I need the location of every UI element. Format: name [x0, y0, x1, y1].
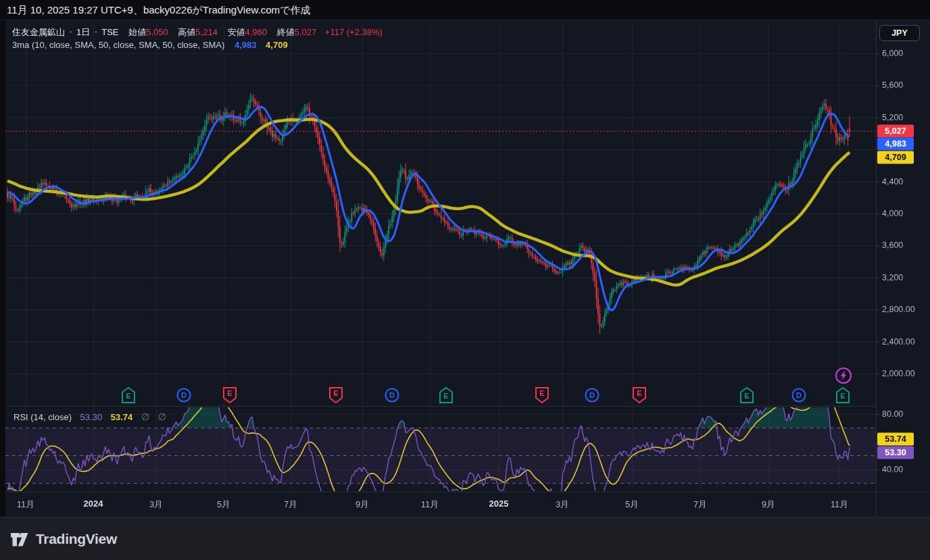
svg-text:D: D: [389, 391, 395, 399]
time-tick-label: 11月: [17, 499, 35, 511]
chart-canvas[interactable]: [0, 0, 930, 560]
earnings-up-icon: E: [120, 386, 137, 405]
price-tick-label: 2,400.00: [882, 337, 915, 347]
dividend-icon: D: [791, 386, 807, 405]
price-tick-label: 2,800.00: [882, 305, 915, 314]
open-label: 始値: [128, 27, 146, 37]
earnings-up-marker[interactable]: E: [739, 386, 755, 405]
earnings-down-marker[interactable]: E: [534, 386, 550, 405]
legend-separator: ・: [91, 27, 100, 37]
price-value-label: 5,027: [877, 124, 914, 137]
svg-text:E: E: [539, 389, 544, 397]
open-value: 5,050: [146, 27, 168, 37]
earnings-down-marker[interactable]: E: [222, 386, 238, 405]
time-tick-label: 7月: [693, 499, 707, 511]
tradingview-logo[interactable]: TradingView: [9, 531, 117, 548]
low-label: 安値: [228, 27, 245, 37]
earnings-down-marker[interactable]: E: [631, 386, 647, 405]
earnings-down-marker[interactable]: E: [328, 386, 344, 405]
price-tick-label: 5,600: [882, 80, 903, 90]
flash-events-icon[interactable]: [835, 367, 852, 384]
time-tick-label: 5月: [217, 499, 230, 511]
svg-text:E: E: [333, 389, 338, 397]
earnings-up-marker[interactable]: E: [835, 386, 851, 405]
rsi-value: 53.30: [80, 412, 103, 422]
svg-text:E: E: [126, 392, 130, 400]
footer-bar: TradingView: [0, 517, 930, 560]
rsi-ma-value: 53.74: [111, 412, 133, 422]
high-value: 5,214: [195, 27, 218, 37]
rsi-legend[interactable]: RSI (14, close) 53.30 53.74 ∅ ∅: [14, 411, 166, 422]
earnings-up-icon: E: [835, 386, 851, 405]
low-value: 4,960: [245, 27, 268, 37]
left-toolbar-strip: [0, 20, 5, 517]
time-tick-label: 11月: [421, 499, 439, 511]
tradingview-logo-text: TradingView: [36, 531, 117, 547]
currency-toggle-button[interactable]: JPY: [879, 25, 920, 41]
svg-text:D: D: [796, 391, 802, 399]
earnings-up-icon: E: [438, 386, 454, 405]
symbol-title[interactable]: 住友金属鉱山: [12, 27, 65, 37]
earnings-up-marker[interactable]: E: [120, 386, 137, 405]
price-tick-label: 5,200: [882, 113, 903, 122]
svg-text:E: E: [227, 389, 232, 397]
earnings-down-icon: E: [328, 386, 344, 405]
time-tick-label: 3月: [149, 499, 163, 511]
price-value-label: 4,983: [877, 138, 914, 151]
price-tick-label: 4,400: [882, 177, 903, 186]
price-tick-label: 3,200: [882, 273, 903, 282]
sma50-value: 4,709: [266, 40, 288, 50]
dividend-icon: D: [384, 386, 400, 405]
symbol-legend[interactable]: 住友金属鉱山・1日・TSE 始値5,050 高値5,214 安値4,960 終値…: [12, 26, 383, 39]
sma10-value: 4,983: [235, 40, 257, 50]
disabled-icon[interactable]: ∅: [158, 411, 166, 422]
dividend-marker[interactable]: D: [584, 386, 600, 405]
time-tick-label: 3月: [556, 499, 569, 511]
rsi-legend-title[interactable]: RSI (14, close): [14, 412, 72, 422]
time-tick-label: 5月: [625, 499, 639, 511]
tradingview-logo-icon: [9, 531, 30, 548]
ma-legend[interactable]: 3ma (10, close, SMA, 50, close, SMA, 50,…: [12, 40, 288, 50]
time-tick-label: 2025: [489, 499, 509, 509]
dividend-icon: D: [176, 386, 192, 405]
svg-text:D: D: [181, 391, 187, 399]
rsi-value-label: 53.74: [877, 433, 914, 446]
price-tick-label: 4,000: [882, 209, 903, 218]
legend-separator: ・: [66, 27, 75, 37]
dividend-icon: D: [584, 386, 600, 405]
earnings-down-icon: E: [631, 386, 647, 405]
tradingview-chart-page: 11月 10, 2025 19:27 UTC+9、backy0226がTradi…: [0, 0, 930, 560]
earnings-up-marker[interactable]: E: [438, 386, 454, 405]
dividend-marker[interactable]: D: [176, 386, 192, 405]
svg-text:E: E: [637, 389, 641, 397]
time-tick-label: 11月: [831, 499, 849, 511]
time-tick-label: 2024: [84, 499, 103, 509]
exchange-label: TSE: [101, 27, 118, 37]
svg-text:D: D: [589, 391, 595, 399]
time-tick-label: 9月: [356, 499, 369, 511]
price-tick-label: 6,000: [882, 49, 903, 58]
price-tick-label: 3,600: [882, 240, 903, 250]
close-value: 5,027: [295, 27, 317, 37]
rsi-tick-label: 40.00: [882, 465, 903, 474]
price-value-label: 4,709: [877, 151, 914, 163]
svg-text:E: E: [744, 392, 749, 400]
earnings-down-icon: E: [222, 386, 238, 405]
change-value: +117 (+2.38%): [325, 27, 383, 37]
ma-legend-label[interactable]: 3ma (10, close, SMA, 50, close, SMA, 50,…: [12, 40, 224, 50]
earnings-down-icon: E: [534, 386, 550, 405]
rsi-tick-label: 80.00: [882, 409, 903, 419]
price-tick-label: 2,000.00: [882, 369, 915, 378]
interval-label[interactable]: 1日: [76, 27, 90, 37]
dividend-marker[interactable]: D: [384, 386, 400, 405]
dividend-marker[interactable]: D: [791, 386, 807, 405]
svg-text:E: E: [840, 392, 845, 400]
high-label: 高値: [178, 27, 195, 37]
time-tick-label: 9月: [762, 499, 775, 511]
time-tick-label: 7月: [284, 499, 297, 511]
earnings-up-icon: E: [739, 386, 755, 405]
rsi-value-label: 53.30: [877, 447, 914, 459]
close-label: 終値: [277, 27, 295, 37]
disabled-icon[interactable]: ∅: [141, 411, 149, 422]
svg-text:E: E: [443, 392, 448, 400]
